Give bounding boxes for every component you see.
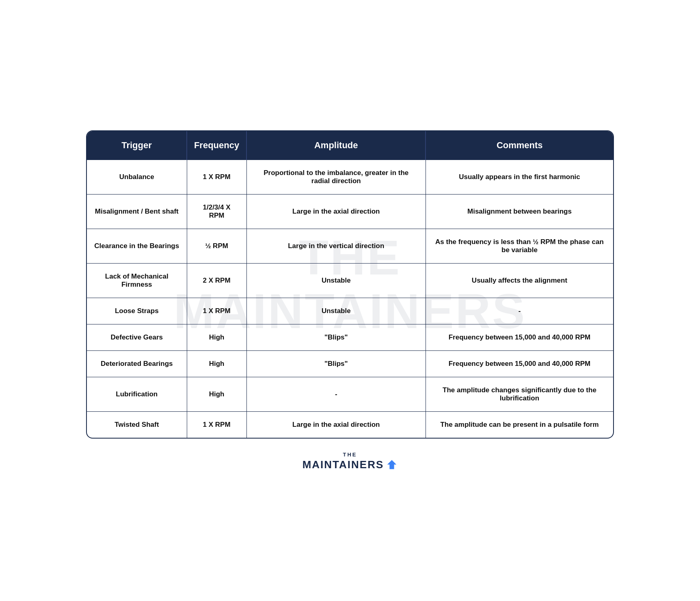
cell-trigger-3: Lack of Mechanical Firmness — [87, 263, 187, 298]
cell-frequency-7: High — [187, 377, 246, 411]
cell-frequency-1: 1/2/3/4 X RPM — [187, 194, 246, 229]
header-trigger: Trigger — [87, 131, 187, 160]
cell-amplitude-4: Unstable — [246, 298, 426, 324]
cell-amplitude-6: "Blips" — [246, 350, 426, 377]
table-row: Lack of Mechanical Firmness2 X RPMUnstab… — [87, 263, 613, 298]
main-table-wrapper: THEMAINTAINERS Trigger Frequency Amplitu… — [86, 130, 614, 439]
cell-trigger-5: Defective Gears — [87, 324, 187, 350]
table-row: Unbalance1 X RPMProportional to the imba… — [87, 160, 613, 194]
footer-the-label: THE — [343, 452, 357, 458]
cell-comments-4: - — [426, 298, 613, 324]
table-row: LubrificationHigh-The amplitude changes … — [87, 377, 613, 411]
cell-amplitude-7: - — [246, 377, 426, 411]
table-row: Deteriorated BearingsHigh"Blips"Frequenc… — [87, 350, 613, 377]
cell-trigger-7: Lubrification — [87, 377, 187, 411]
header-amplitude: Amplitude — [246, 131, 426, 160]
cell-amplitude-2: Large in the vertical direction — [246, 229, 426, 263]
cell-amplitude-0: Proportional to the imbalance, greater i… — [246, 160, 426, 194]
cell-comments-3: Usually affects the alignment — [426, 263, 613, 298]
cell-frequency-2: ½ RPM — [187, 229, 246, 263]
cell-frequency-8: 1 X RPM — [187, 411, 246, 438]
cell-amplitude-5: "Blips" — [246, 324, 426, 350]
footer-main: MAINTAINERS — [302, 458, 398, 471]
cell-frequency-0: 1 X RPM — [187, 160, 246, 194]
header-frequency: Frequency — [187, 131, 246, 160]
cell-amplitude-1: Large in the axial direction — [246, 194, 426, 229]
cell-amplitude-3: Unstable — [246, 263, 426, 298]
table-row: Misalignment / Bent shaft1/2/3/4 X RPMLa… — [87, 194, 613, 229]
table-header-row: Trigger Frequency Amplitude Comments — [87, 131, 613, 160]
table-row: Defective GearsHigh"Blips"Frequency betw… — [87, 324, 613, 350]
cell-amplitude-8: Large in the axial direction — [246, 411, 426, 438]
cell-comments-7: The amplitude changes significantly due … — [426, 377, 613, 411]
header-comments: Comments — [426, 131, 613, 160]
cell-trigger-2: Clearance in the Bearings — [87, 229, 187, 263]
cell-comments-2: As the frequency is less than ½ RPM the … — [426, 229, 613, 263]
data-table: Trigger Frequency Amplitude Comments Unb… — [87, 131, 613, 438]
cell-trigger-6: Deteriorated Bearings — [87, 350, 187, 377]
cell-frequency-5: High — [187, 324, 246, 350]
cell-frequency-4: 1 X RPM — [187, 298, 246, 324]
cell-trigger-1: Misalignment / Bent shaft — [87, 194, 187, 229]
cell-frequency-3: 2 X RPM — [187, 263, 246, 298]
cell-frequency-6: High — [187, 350, 246, 377]
cell-comments-1: Misalignment between bearings — [426, 194, 613, 229]
footer-maintainers-label: MAINTAINERS — [302, 458, 384, 471]
cell-trigger-8: Twisted Shaft — [87, 411, 187, 438]
footer-logo-icon — [386, 459, 398, 470]
cell-comments-8: The amplitude can be present in a pulsat… — [426, 411, 613, 438]
cell-comments-6: Frequency between 15,000 and 40,000 RPM — [426, 350, 613, 377]
cell-trigger-0: Unbalance — [87, 160, 187, 194]
cell-comments-0: Usually appears in the first harmonic — [426, 160, 613, 194]
table-row: Loose Straps1 X RPMUnstable- — [87, 298, 613, 324]
footer: THE MAINTAINERS — [302, 452, 398, 471]
cell-trigger-4: Loose Straps — [87, 298, 187, 324]
cell-comments-5: Frequency between 15,000 and 40,000 RPM — [426, 324, 613, 350]
table-row: Twisted Shaft1 X RPMLarge in the axial d… — [87, 411, 613, 438]
table-row: Clearance in the Bearings½ RPMLarge in t… — [87, 229, 613, 263]
